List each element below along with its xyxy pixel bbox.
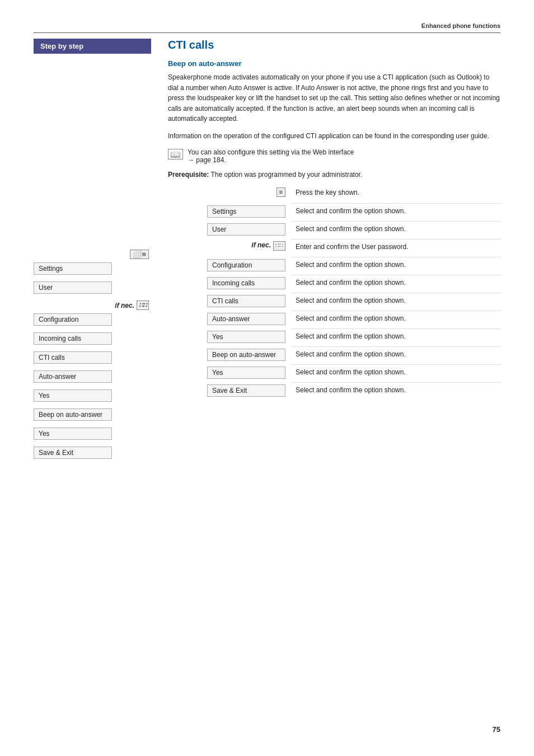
step-rows: ≡ Press the key shown. Settings Select a… <box>168 185 500 400</box>
step-menu-user[interactable]: User <box>207 223 285 236</box>
prerequisite-label: Prerequisite: <box>168 171 209 179</box>
step-left-yes-1: Yes <box>168 328 291 346</box>
step-left-if-nec: if nec. ∷∷ <box>168 239 291 251</box>
step-menu-yes-2[interactable]: Yes <box>207 367 285 379</box>
step-row-press-key: ≡ Press the key shown. <box>168 185 500 203</box>
menu-item-user[interactable]: User <box>34 281 112 294</box>
step-left-user: User <box>168 221 291 239</box>
sidebar-item-cti-calls: CTI calls <box>34 351 151 367</box>
step-right-press-key: Press the key shown. <box>291 185 500 201</box>
step-menu-settings[interactable]: Settings <box>207 205 285 218</box>
page-header: Enhanced phone functions <box>34 22 500 33</box>
header-title: Enhanced phone functions <box>421 22 500 29</box>
step-left-cti-calls: CTI calls <box>168 293 291 311</box>
step-right-user: Select and confirm the option shown. <box>291 221 500 237</box>
press-key-icon: ≡ <box>277 187 285 197</box>
step-menu-cti-calls[interactable]: CTI calls <box>207 295 285 307</box>
step-left-incoming-calls: Incoming calls <box>168 275 291 293</box>
menu-item-beep-on-auto-answer[interactable]: Beep on auto-answer <box>34 408 112 421</box>
if-nec-icon-step: ∷∷ <box>273 241 285 251</box>
arrow-ref-icon: → <box>188 156 194 164</box>
step-row-user: User Select and confirm the option shown… <box>168 221 500 239</box>
sidebar-item-settings: Settings <box>34 262 151 278</box>
sidebar-item-configuration: Configuration <box>34 313 151 329</box>
page: Enhanced phone functions Step by step ⬜≡… <box>0 0 534 756</box>
step-left-settings: Settings <box>168 203 291 221</box>
step-row-cti-calls: CTI calls Select and confirm the option … <box>168 293 500 311</box>
step-left-save-exit: Save & Exit <box>168 382 291 400</box>
content-area: CTI calls Beep on auto-answer Speakerpho… <box>157 33 500 466</box>
info-paragraph: Information on the operation of the conf… <box>168 131 500 142</box>
step-left-auto-answer: Auto-answer <box>168 311 291 328</box>
key-icon-row: ⬜≡ <box>34 250 151 259</box>
prerequisite-row: Prerequisite: The option was programmed … <box>168 170 500 180</box>
if-nec-label: if nec. <box>115 302 134 309</box>
prerequisite-text: The option was programmed by your admini… <box>209 171 362 179</box>
step-menu-configuration[interactable]: Configuration <box>207 259 285 271</box>
sidebar-item-user: User <box>34 281 151 297</box>
step-menu-save-exit[interactable]: Save & Exit <box>207 384 285 397</box>
step-row-auto-answer: Auto-answer Select and confirm the optio… <box>168 311 500 328</box>
step-left-yes-2: Yes <box>168 364 291 382</box>
sidebar-item-save-exit: Save & Exit <box>34 447 151 462</box>
sidebar-item-auto-answer: Auto-answer <box>34 370 151 386</box>
step-menu-beep-on-auto-answer[interactable]: Beep on auto-answer <box>207 349 285 361</box>
step-row-yes-1: Yes Select and confirm the option shown. <box>168 328 500 346</box>
step-row-configuration: Configuration Select and confirm the opt… <box>168 257 500 275</box>
sidebar-item-incoming-calls: Incoming calls <box>34 332 151 348</box>
web-interface-text: You can also configure this setting via … <box>188 148 354 164</box>
if-nec-text: if nec. <box>251 241 271 249</box>
step-row-settings: Settings Select and confirm the option s… <box>168 203 500 221</box>
step-menu-incoming-calls[interactable]: Incoming calls <box>207 277 285 289</box>
step-right-auto-answer: Select and confirm the option shown. <box>291 311 500 327</box>
step-by-step-label: Step by step <box>34 39 151 54</box>
section-title: Beep on auto-answer <box>168 59 500 68</box>
step-row-beep-on-auto-answer: Beep on auto-answer Select and confirm t… <box>168 346 500 364</box>
step-left-key-icon: ≡ <box>168 185 291 197</box>
sidebar-item-yes-2: Yes <box>34 428 151 443</box>
step-right-yes-1: Select and confirm the option shown. <box>291 328 500 345</box>
sidebar-item-beep-on-auto-answer: Beep on auto-answer <box>34 408 151 424</box>
step-right-yes-2: Select and confirm the option shown. <box>291 364 500 381</box>
step-menu-yes-1[interactable]: Yes <box>207 331 285 343</box>
step-right-cti-calls: Select and confirm the option shown. <box>291 293 500 309</box>
step-right-incoming-calls: Select and confirm the option shown. <box>291 275 500 291</box>
step-right-if-nec: Enter and confirm the User password. <box>291 239 500 255</box>
step-menu-auto-answer[interactable]: Auto-answer <box>207 313 285 325</box>
step-right-beep-on-auto-answer: Select and confirm the option shown. <box>291 346 500 363</box>
step-right-configuration: Select and confirm the option shown. <box>291 257 500 273</box>
menu-item-settings[interactable]: Settings <box>34 262 112 275</box>
if-nec-icon: ∷∷ <box>137 300 149 310</box>
book-icon: 📖 <box>168 149 183 159</box>
menu-item-yes-1[interactable]: Yes <box>34 389 112 402</box>
step-row-incoming-calls: Incoming calls Select and confirm the op… <box>168 275 500 293</box>
step-right-save-exit: Select and confirm the option shown. <box>291 382 500 398</box>
step-row-yes-2: Yes Select and confirm the option shown. <box>168 364 500 382</box>
menu-item-incoming-calls[interactable]: Incoming calls <box>34 332 112 345</box>
menu-item-save-exit[interactable]: Save & Exit <box>34 447 112 459</box>
step-right-settings: Select and confirm the option shown. <box>291 203 500 219</box>
step-left-configuration: Configuration <box>168 257 291 275</box>
sidebar: Step by step ⬜≡ Settings User if nec. ∷∷ <box>34 33 157 466</box>
content-title: CTI calls <box>168 39 500 51</box>
web-interface-ref: page 184. <box>196 156 226 164</box>
menu-item-cti-calls[interactable]: CTI calls <box>34 351 112 364</box>
if-nec-row: if nec. ∷∷ <box>34 300 151 310</box>
body-paragraph: Speakerphone mode activates automaticall… <box>168 72 500 124</box>
key-icon: ⬜≡ <box>130 250 149 259</box>
sidebar-item-yes-1: Yes <box>34 389 151 405</box>
step-left-beep-on-auto-answer: Beep on auto-answer <box>168 346 291 364</box>
menu-item-configuration[interactable]: Configuration <box>34 313 112 326</box>
page-number: 75 <box>493 725 500 734</box>
menu-item-auto-answer[interactable]: Auto-answer <box>34 370 112 383</box>
web-interface-label: You can also configure this setting via … <box>188 148 354 156</box>
web-interface-row: 📖 You can also configure this setting vi… <box>168 148 500 164</box>
step-row-if-nec: if nec. ∷∷ Enter and confirm the User pa… <box>168 239 500 257</box>
step-row-save-exit: Save & Exit Select and confirm the optio… <box>168 382 500 400</box>
main-layout: Step by step ⬜≡ Settings User if nec. ∷∷ <box>34 33 500 466</box>
menu-item-yes-2[interactable]: Yes <box>34 428 112 440</box>
